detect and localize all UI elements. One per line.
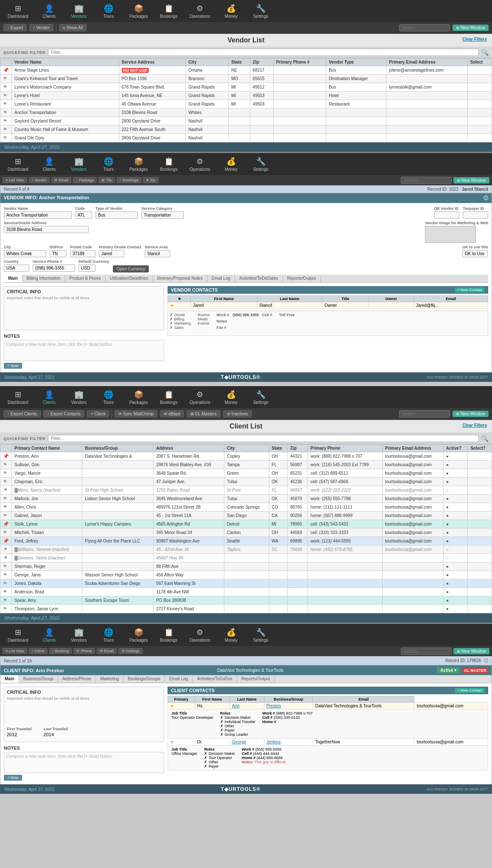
client-select-cell[interactable] (468, 562, 492, 571)
nav-item-settings[interactable]: 🔧Settings (246, 155, 276, 173)
nav-item-clients[interactable]: 👤Clients (34, 626, 64, 644)
cd-tab-3[interactable]: Marketing (96, 675, 123, 683)
onsite-contact-input[interactable] (99, 250, 124, 257)
vendor-col-state[interactable]: State (229, 58, 250, 66)
clear-filters-link[interactable]: Clear Filters (462, 37, 487, 42)
client-select-cell[interactable] (468, 452, 492, 461)
vd-email_label-btn[interactable]: ✉ Email (51, 177, 71, 183)
vendor-table-row[interactable]: ⚑Gaylord Opryland Resort2800 Opryland Dr… (0, 117, 492, 125)
client-col-address[interactable]: Address (154, 445, 224, 452)
client-col-select-[interactable]: Select? (468, 445, 492, 452)
toolbar-search-input[interactable] (399, 24, 450, 31)
client-select-cell[interactable] (468, 486, 492, 495)
vendor-col-service-address[interactable]: Service Address (119, 58, 186, 66)
client-select-cell[interactable] (468, 520, 492, 529)
cdt-booking_label-btn[interactable]: ↑ Booking (49, 648, 72, 654)
vd-zip_label-btn[interactable]: ✦ Zip (143, 177, 159, 183)
client-new-contact-btn[interactable]: + New Contact (455, 688, 485, 693)
city-input[interactable] (4, 250, 46, 257)
service-cat-input[interactable] (141, 211, 184, 219)
vendor-col-zip[interactable]: Zip (250, 58, 273, 66)
country-input[interactable] (4, 264, 29, 272)
ok-to-use-input[interactable] (462, 250, 488, 257)
client-col-primary-email-address[interactable]: Primary Email Address (382, 445, 443, 452)
vendor-btn[interactable]: ↑ Vendor (29, 24, 53, 31)
nav-item-clients[interactable]: 👤Clients (34, 2, 64, 20)
gl-masters-btn[interactable]: ⊞ GL Masters (187, 410, 221, 417)
nav-item-bookings[interactable]: 📋Bookings (154, 626, 184, 644)
vendor-table-row[interactable]: ⚑Lynne's Motorcoach Company678 Town Squa… (0, 83, 492, 92)
client-table-row[interactable]: ⚑Anderson, Brad1178 4th Ave NW● (0, 588, 492, 596)
client-select-cell[interactable] (468, 495, 492, 503)
nav-item-operations[interactable]: ⚙Operations (184, 2, 216, 20)
export-contacts-btn[interactable]: ↑ Export Contacts (43, 410, 84, 417)
client-select-cell[interactable] (468, 545, 492, 554)
client-quickfind-input[interactable] (48, 435, 479, 442)
vendor-col-city[interactable]: City (186, 58, 229, 66)
cc-last-name[interactable]: Jenkins (266, 740, 281, 744)
vd-bookings_label-btn[interactable]: ↑ Bookings (117, 177, 141, 183)
client-new-window-btn[interactable]: ⊕ New Window (453, 411, 489, 417)
client-table-row[interactable]: ⚑Vargo, Marcie3648 Spade Rd.GreenOH65231… (0, 469, 492, 478)
client-table-row[interactable]: ⚑ Mims, Nancy (inactive)St Pete High Sch… (0, 486, 492, 495)
vendor-col-primary-email-address[interactable]: Primary Email Address (386, 58, 467, 66)
vendor-detail-info-icon[interactable]: ⓘ (484, 195, 488, 201)
vendor-col-vendor-name[interactable]: Vendor Name (12, 58, 119, 66)
client-select-cell[interactable] (468, 512, 492, 520)
nav-item-bookings[interactable]: 📋Bookings (154, 388, 184, 406)
nav-item-dashboard[interactable]: ⊞Dashboard (2, 2, 34, 20)
vendor-select-cell[interactable] (467, 125, 492, 134)
client-table-row[interactable]: 📌Stolk, LynneLynne's Happy Campers4565 A… (0, 520, 492, 529)
cdt-settings_label-btn[interactable]: ⚙ Settings (118, 648, 143, 654)
client-select-cell[interactable] (468, 554, 492, 562)
new-window-btn[interactable]: ⊕ New Window (453, 25, 489, 31)
nav-item-packages[interactable]: 📦Packages (123, 388, 154, 406)
cdt-client_label-btn[interactable]: ↑ Client (29, 648, 48, 654)
cdt-list_view-btn[interactable]: ≡ List View (3, 648, 27, 654)
taxpayer-input[interactable] (463, 211, 488, 219)
nav-item-vendors[interactable]: 🏢Vendors (64, 388, 94, 406)
vendor-select-cell[interactable] (467, 134, 492, 142)
cd-tab-6[interactable]: Activities/ToDoDos (193, 675, 237, 683)
quickfind-input[interactable] (48, 49, 479, 56)
vd-package_label-btn[interactable]: ↑ Package (73, 177, 97, 183)
nav-item-money[interactable]: 💰Money (216, 2, 246, 20)
cdt-phone_label-btn[interactable]: ✆ Phone (73, 648, 95, 654)
eblast-btn[interactable]: ✉ eBlast (160, 410, 184, 417)
vd-tab-3[interactable]: Utilization/Deadlines (106, 275, 153, 282)
vendor-select-cell[interactable] (467, 108, 492, 117)
inactives-btn[interactable]: ⊘ Inactives (223, 410, 252, 417)
client-table-row[interactable]: ⚑George, JanisWasson Senior High School4… (0, 571, 492, 579)
nav-item-vendors[interactable]: 🏢Vendors (64, 155, 94, 173)
vd-list_view-btn[interactable]: ≡ List View (3, 177, 27, 183)
nav-item-dashboard[interactable]: ⊞Dashboard (2, 626, 34, 644)
cd-tab-4[interactable]: Bookings/Groups (123, 675, 165, 683)
client-select-cell[interactable] (468, 537, 492, 545)
vendor-contact-row[interactable]: ★ Jared Stancil Owner Jared@fkj... (168, 302, 488, 309)
nav-item-tours[interactable]: 🌐Tours (94, 2, 123, 20)
export-btn[interactable]: ↑ Export (3, 24, 27, 31)
nav-item-tours[interactable]: 🌐Tours (94, 155, 123, 173)
vd-tab-1[interactable]: Billing Information (22, 275, 65, 282)
client-select-cell[interactable] (468, 529, 492, 537)
client-col-city[interactable]: City (224, 445, 269, 452)
client-clear-filters[interactable]: Clear Filters (462, 423, 487, 428)
vendor-table-row[interactable]: ⚑Ozark's Kirkwood Tour and TravelPO Box … (0, 75, 492, 83)
client-contact-row[interactable]: ★Hs.ArinPrestonDataVast Technologies & T… (168, 703, 488, 709)
client-table-row[interactable]: 📌Preston, ArinDataVast Technologies &208… (0, 452, 492, 461)
vendor-table-row[interactable]: ⚑Country Music Hall of Fame & Museum222 … (0, 125, 492, 134)
vendor-select-cell[interactable] (467, 100, 492, 108)
currency-input[interactable] (78, 264, 95, 272)
client-col-active-[interactable]: Active? (443, 445, 467, 452)
client-select-cell[interactable] (468, 579, 492, 588)
vd-tile_label-btn[interactable]: ⊞ Tile (98, 177, 115, 183)
nav-item-tours[interactable]: 🌐Tours (94, 388, 123, 406)
client-table-row[interactable]: ⚑Gabriel, Jason45 - 1st Street 11ASan Di… (0, 512, 492, 520)
nav-item-operations[interactable]: ⚙Operations (184, 155, 216, 173)
client-add-note-btn[interactable]: + Note (4, 775, 22, 781)
client-quickfind-icon[interactable]: 🔍 (481, 435, 489, 442)
client-col-primary-contact-name[interactable]: Primary Contact Name (12, 445, 82, 452)
vd-tab-7[interactable]: Reports/Output (283, 275, 321, 282)
cd-tab-1[interactable]: Business/Group (19, 675, 58, 683)
client-table-row[interactable]: ⚑Allen, Chris485976 121st Street 2BColor… (0, 503, 492, 512)
